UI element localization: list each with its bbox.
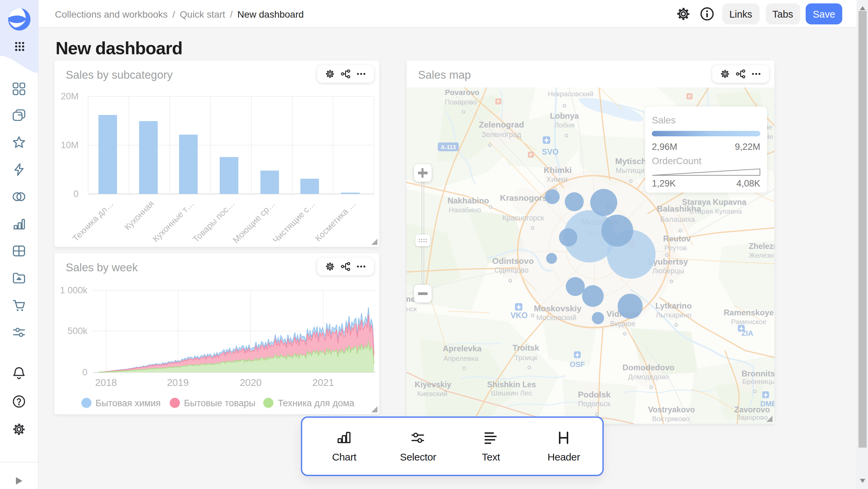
svg-text:Чистящие с…: Чистящие с… bbox=[271, 199, 317, 245]
svg-text:1 000k: 1 000k bbox=[60, 285, 88, 295]
svg-text:2020: 2020 bbox=[240, 377, 262, 388]
svg-text:Кухонные т…: Кухонные т… bbox=[151, 199, 196, 244]
svg-text:20M: 20M bbox=[61, 91, 79, 101]
svg-text:2021: 2021 bbox=[312, 377, 334, 388]
svg-text:0: 0 bbox=[82, 367, 87, 377]
svg-text:Бытовая химия: Бытовая химия bbox=[96, 398, 161, 408]
svg-text:Моющие ср…: Моющие ср… bbox=[231, 199, 277, 245]
svg-text:2018: 2018 bbox=[95, 377, 117, 388]
svg-text:Кухонная: Кухонная bbox=[122, 199, 156, 232]
svg-text:Техника дл…: Техника дл… bbox=[70, 199, 115, 243]
svg-text:0: 0 bbox=[74, 189, 79, 199]
svg-text:10M: 10M bbox=[61, 140, 79, 150]
svg-text:Бытовые товары: Бытовые товары bbox=[184, 398, 255, 408]
svg-text:2019: 2019 bbox=[167, 377, 189, 388]
svg-text:Косметика …: Косметика … bbox=[313, 199, 357, 243]
svg-text:Техника для дома: Техника для дома bbox=[278, 398, 355, 408]
svg-text:Товары пос…: Товары пос… bbox=[191, 199, 236, 244]
svg-text:500k: 500k bbox=[67, 326, 87, 336]
